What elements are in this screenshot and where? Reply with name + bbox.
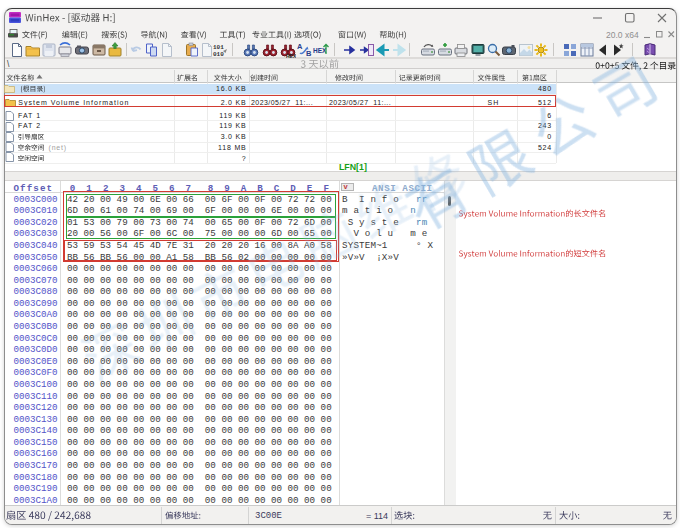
svg-text:A: A [297, 42, 303, 51]
svg-text:HEX: HEX [286, 53, 296, 59]
svg-text:010: 010 [213, 51, 224, 58]
svg-text:HEX: HEX [313, 47, 327, 54]
svg-text:B: B [306, 49, 312, 58]
